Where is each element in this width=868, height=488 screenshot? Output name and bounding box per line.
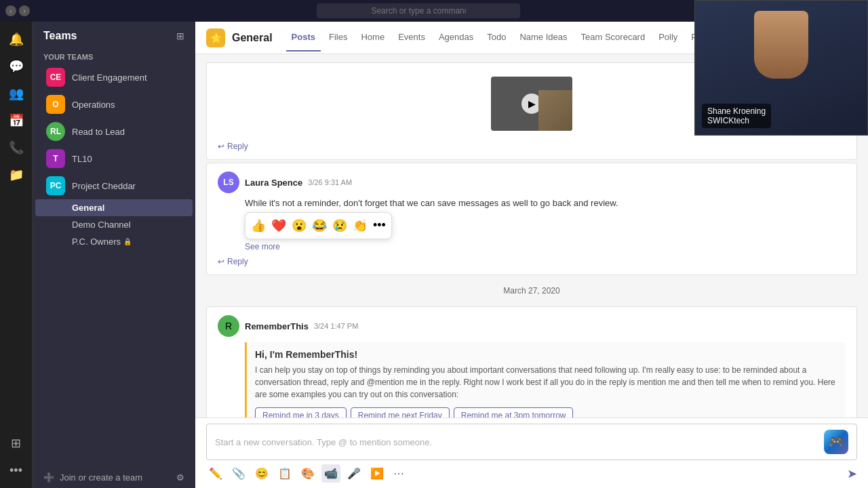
date-divider: March 27, 2020	[195, 278, 868, 304]
bot-buttons: Remind me in 3 days Remind me next Frida…	[255, 407, 837, 418]
bot-message-rememberthis: R RememberThis 3/24 1:47 PM Hi, I'm Reme…	[206, 306, 857, 418]
channel-header-name: General	[232, 32, 273, 44]
team-name-tl10: TL10	[72, 154, 170, 164]
see-more-laura[interactable]: See more	[245, 242, 846, 251]
sidebar-item-apps[interactable]: ⊞	[4, 431, 28, 455]
message-body-laura: While it's not a reminder, don't forget …	[245, 197, 846, 209]
emoji-wow[interactable]: 😮	[290, 217, 308, 235]
bot-avatar-rememberthis: R	[218, 315, 239, 337]
calendar-icon: 📅	[9, 113, 24, 128]
join-team-button[interactable]: ➕ Join or create a team ⚙	[33, 467, 195, 488]
team-name-project-cheddar: Project Cheddar	[72, 181, 170, 191]
compose-area: Start a new conversation. Type @ to ment…	[195, 418, 868, 488]
team-avatar-tl10: T	[46, 149, 65, 168]
reply-arrow-icon-laura: ↩	[218, 257, 224, 266]
presenter-figure	[754, 11, 808, 79]
record-tool[interactable]: ▶️	[368, 464, 387, 483]
format-tool[interactable]: ✏️	[206, 464, 225, 483]
presenter-name: Shane Kroening	[707, 106, 766, 116]
attach-tool[interactable]: 📎	[229, 464, 248, 483]
teams-icon: 👥	[9, 86, 24, 101]
team-name-operations: Operations	[72, 100, 170, 110]
emoji-more[interactable]: •••	[372, 217, 387, 235]
more-tool[interactable]: ⋯	[391, 464, 407, 483]
title-bar-left: ‹ ›	[5, 5, 30, 16]
time-laura: 3/26 9:31 AM	[308, 178, 352, 186]
team-name-client-engagement: Client Engagement	[72, 73, 170, 83]
gif-tool[interactable]: 📋	[275, 464, 294, 483]
bot-time-rememberthis: 3/24 1:47 PM	[314, 322, 358, 330]
sidebar-item-calendar[interactable]: 📅	[4, 108, 28, 133]
tab-todo[interactable]: Todo	[481, 24, 511, 52]
reply-link-video[interactable]: ↩ Reply	[218, 142, 846, 151]
team-name-read-to-lead: Read to Lead	[72, 127, 170, 137]
emoji-laugh[interactable]: 😂	[311, 217, 328, 235]
emoji-sad[interactable]: 😢	[331, 217, 349, 235]
reply-label: Reply	[227, 142, 248, 151]
team-item-read-to-lead[interactable]: RL Read to Lead •••	[35, 118, 193, 145]
sidebar-item-activity[interactable]: 🔔	[4, 27, 28, 52]
search-input[interactable]	[317, 3, 520, 18]
audio-tool[interactable]: 🎤	[344, 464, 363, 483]
send-button[interactable]: ➤	[847, 466, 857, 481]
channel-name-general: General	[72, 203, 104, 213]
tab-name-ideas[interactable]: Name Ideas	[514, 24, 572, 52]
tab-files[interactable]: Files	[323, 24, 353, 52]
video-thumbnail[interactable]: ▶	[491, 77, 572, 131]
channel-item-general[interactable]: General	[35, 199, 193, 216]
nav-forward-button[interactable]: ›	[19, 5, 30, 16]
author-laura: Laura Spence	[245, 178, 302, 188]
teams-cube-icon: 🎮	[824, 430, 848, 454]
sidebar-item-chat[interactable]: 💬	[4, 54, 28, 79]
title-bar-nav: ‹ ›	[5, 5, 30, 16]
message-header-laura: LS Laura Spence 3/26 9:31 AM	[218, 171, 846, 193]
join-team-icon: ➕	[43, 472, 54, 483]
channel-name-pc-owners: P.C. Owners	[72, 237, 121, 247]
tab-posts[interactable]: Posts	[286, 24, 321, 52]
message-card-laura: LS Laura Spence 3/26 9:31 AM While it's …	[206, 163, 857, 275]
icon-sidebar: 🔔 💬 👥 📅 📞 📁 ⊞ •••	[0, 22, 33, 488]
bot-name-rememberthis: RememberThis	[245, 321, 309, 331]
emoji-clap[interactable]: 👏	[351, 217, 369, 235]
reply-arrow-icon: ↩	[218, 142, 224, 151]
team-item-tl10[interactable]: T TL10 •••	[35, 145, 193, 172]
team-avatar-read-to-lead: RL	[46, 122, 65, 141]
channel-item-pc-owners[interactable]: P.C. Owners 🔒	[35, 233, 193, 250]
nav-back-button[interactable]: ‹	[5, 5, 16, 16]
bot-button-3pm-tomorrow[interactable]: Remind me at 3pm tomorrow	[454, 407, 574, 418]
settings-icon[interactable]: ⚙	[176, 472, 184, 483]
sidebar-item-teams[interactable]: 👥	[4, 81, 28, 106]
channel-item-demo[interactable]: Demo Channel	[35, 216, 193, 233]
emoji-heart[interactable]: ❤️	[270, 217, 288, 235]
sticker-tool[interactable]: 🎨	[298, 464, 317, 483]
team-item-operations[interactable]: O Operations •••	[35, 91, 193, 118]
bot-card-title: Hi, I'm RememberThis!	[255, 349, 837, 360]
chat-icon: 💬	[9, 59, 24, 74]
compose-box[interactable]: Start a new conversation. Type @ to ment…	[206, 424, 857, 460]
tab-polly[interactable]: Polly	[653, 24, 683, 52]
tab-agendas[interactable]: Agendas	[433, 24, 479, 52]
tab-events[interactable]: Events	[393, 24, 431, 52]
bot-header-rememberthis: R RememberThis 3/24 1:47 PM	[218, 315, 846, 337]
bot-button-3days[interactable]: Remind me in 3 days	[255, 407, 347, 418]
presenter-company: SWICKtech	[707, 116, 766, 125]
team-item-project-cheddar[interactable]: PC Project Cheddar •••	[35, 172, 193, 199]
teams-section-label: Your teams	[33, 47, 195, 64]
sidebar-item-files[interactable]: 📁	[4, 163, 28, 187]
reply-link-laura[interactable]: ↩ Reply	[218, 257, 846, 266]
sidebar-item-more[interactable]: •••	[4, 458, 28, 483]
teams-sidebar-header: Teams ⊞	[33, 22, 195, 47]
tab-home[interactable]: Home	[355, 24, 390, 52]
emoji-thumbsup[interactable]: 👍	[250, 217, 267, 235]
sidebar-item-calls[interactable]: 📞	[4, 136, 28, 160]
activity-icon: 🔔	[9, 32, 24, 47]
reply-label-laura: Reply	[227, 257, 248, 266]
video-tool[interactable]: 📹	[321, 464, 340, 483]
bot-button-next-friday[interactable]: Remind me next Friday	[351, 407, 450, 418]
team-avatar-project-cheddar: PC	[46, 176, 65, 195]
team-item-client-engagement[interactable]: CE Client Engagement •••	[35, 64, 193, 91]
filter-icon[interactable]: ⊞	[176, 30, 184, 41]
video-name-badge: Shane Kroening SWICKtech	[702, 104, 771, 128]
tab-team-scorecard[interactable]: Team Scorecard	[576, 24, 651, 52]
emoji-tool[interactable]: 😊	[252, 464, 271, 483]
